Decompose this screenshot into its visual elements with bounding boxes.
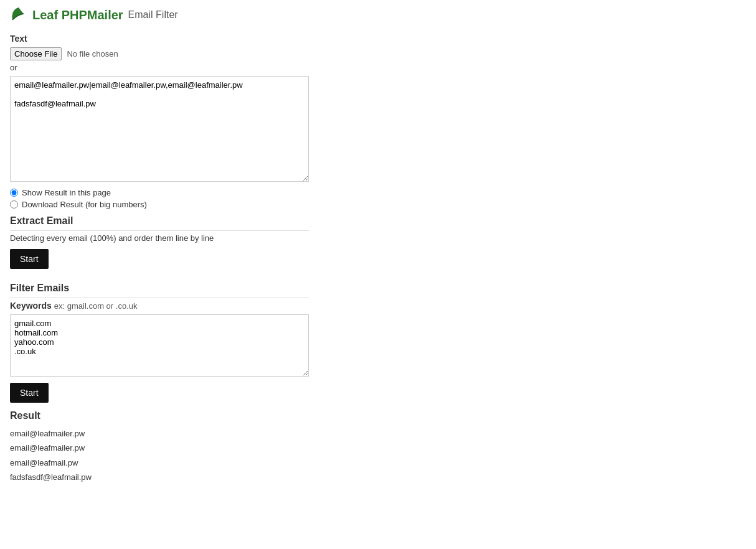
app-subtitle: Email Filter xyxy=(128,9,178,21)
no-file-label: No file chosen xyxy=(67,49,118,59)
file-row: Choose File No file chosen xyxy=(10,47,746,60)
filter-section: Filter Emails Keywords ex: gmail.com or … xyxy=(10,283,746,410)
result-item: email@leafmailer.pw xyxy=(10,426,746,441)
radio-show-result[interactable] xyxy=(10,189,18,197)
keywords-label: Keywords xyxy=(10,301,52,311)
radio-row-1: Show Result in this page xyxy=(10,188,746,197)
radio-show-result-label: Show Result in this page xyxy=(22,188,111,197)
radio-download-result-label: Download Result (for big numbers) xyxy=(22,200,147,209)
leaf-logo-icon xyxy=(10,6,27,24)
text-section: Text Choose File No file chosen or email… xyxy=(10,34,746,182)
radio-download-result[interactable] xyxy=(10,200,18,209)
keywords-textarea[interactable]: gmail.com hotmail.com yahoo.com .co.uk xyxy=(10,314,309,377)
app-header: Leaf PHPMailer Email Filter xyxy=(10,6,746,24)
radio-row-2: Download Result (for big numbers) xyxy=(10,200,746,209)
filter-start-button[interactable]: Start xyxy=(10,383,49,403)
extract-section-title: Extract Email xyxy=(10,215,309,231)
result-item: email@leafmail.pw xyxy=(10,456,746,470)
result-item: email@leafmailer.pw xyxy=(10,441,746,455)
keywords-hint: ex: gmail.com or .co.uk xyxy=(54,301,138,311)
extract-section: Extract Email Detecting every email (100… xyxy=(10,215,746,276)
extract-start-button[interactable]: Start xyxy=(10,249,49,269)
choose-file-button[interactable]: Choose File xyxy=(10,47,62,60)
result-list: email@leafmailer.pwemail@leafmailer.pwem… xyxy=(10,426,746,485)
radio-group: Show Result in this page Download Result… xyxy=(10,188,746,209)
extract-description: Detecting every email (100%) and order t… xyxy=(10,233,746,243)
text-label: Text xyxy=(10,34,746,44)
result-item: fadsfasdf@leafmail.pw xyxy=(10,470,746,484)
or-label: or xyxy=(10,63,746,72)
result-section: Result email@leafmailer.pwemail@leafmail… xyxy=(10,410,746,485)
keywords-label-row: Keywords ex: gmail.com or .co.uk xyxy=(10,301,746,311)
app-title: Leaf PHPMailer xyxy=(32,8,123,22)
result-label: Result xyxy=(10,410,746,421)
filter-section-title: Filter Emails xyxy=(10,283,309,298)
email-textarea[interactable]: email@leafmailer.pw|email@leafmailer.pw,… xyxy=(10,76,309,182)
